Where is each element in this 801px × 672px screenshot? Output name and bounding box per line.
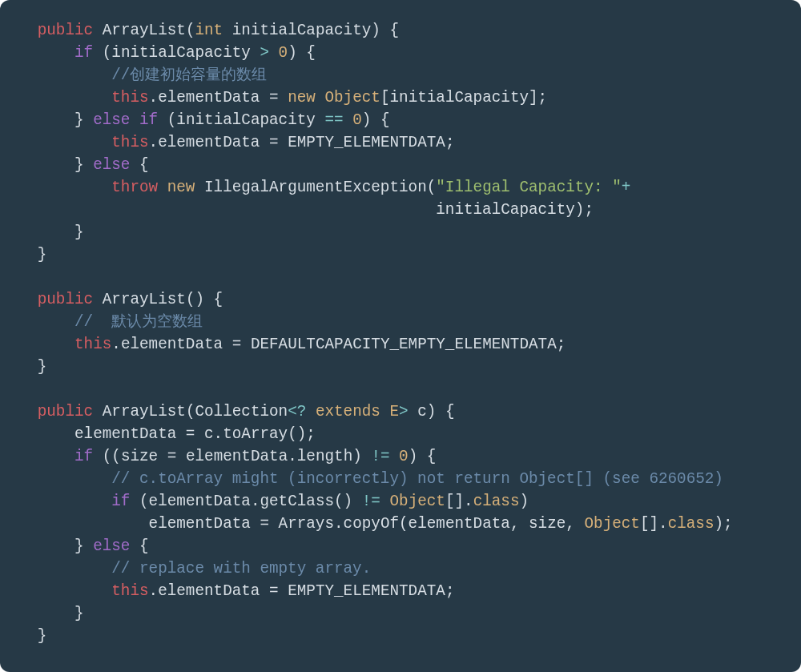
string-illegal-capacity: "Illegal Capacity: "	[436, 179, 621, 196]
keyword-if-3: if	[74, 448, 93, 465]
keyword-public-3: public	[38, 403, 93, 421]
op-neq-2: !=	[362, 493, 380, 510]
param-initialCapacity: initialCapacity	[232, 22, 372, 39]
var-initialCapacity-2: initialCapacity	[389, 89, 529, 107]
keyword-class-2: class	[668, 515, 714, 533]
keyword-new-2: new	[167, 179, 195, 196]
keyword-else: else	[93, 111, 130, 129]
type-object: Object	[324, 89, 380, 107]
field-elementData-2: elementData	[158, 134, 260, 151]
keyword-public: public	[38, 22, 93, 39]
var-initialCapacity-4: initialCapacity	[436, 201, 575, 219]
op-plus: +	[622, 179, 631, 196]
field-elementData-4: elementData	[158, 582, 260, 600]
class-arraylist-3: ArrayList	[103, 403, 186, 421]
op-eqeq: ==	[324, 111, 343, 129]
field-length: length	[297, 448, 352, 465]
type-object-2: Object	[390, 493, 445, 510]
method-copyof: copyOf	[344, 515, 399, 533]
var-c: c	[204, 425, 214, 443]
keyword-extends: extends	[316, 403, 380, 421]
const-empty: EMPTY_ELEMENTDATA	[288, 134, 445, 151]
type-object-3: Object	[585, 515, 640, 533]
var-elementData-5: elementData	[409, 515, 510, 533]
comment-toarray-bug: // c.toArray might (incorrectly) not ret…	[111, 470, 723, 488]
code-block: public ArrayList(int initialCapacity) { …	[0, 0, 801, 672]
keyword-else-2: else	[93, 156, 130, 174]
field-elementData: elementData	[158, 89, 260, 107]
op-neq: !=	[371, 448, 389, 465]
var-initialCapacity: initialCapacity	[111, 44, 251, 62]
method-getclass: getClass	[260, 493, 334, 510]
keyword-if: if	[74, 44, 93, 62]
class-arrays: Arrays	[279, 515, 334, 533]
class-arraylist: ArrayList	[103, 22, 186, 39]
class-illegalargument: IllegalArgumentException	[204, 179, 427, 196]
field-elementData-3: elementData	[121, 336, 223, 353]
comment-default-empty: // 默认为空数组	[74, 313, 203, 331]
keyword-new: new	[288, 89, 316, 107]
const-empty-2: EMPTY_ELEMENTDATA	[288, 582, 445, 600]
keyword-this-2: this	[111, 134, 148, 151]
keyword-public-2: public	[38, 291, 93, 308]
class-arraylist-2: ArrayList	[103, 291, 186, 308]
var-size: size	[121, 448, 158, 465]
comment-replace-empty: // replace with empty array.	[111, 560, 371, 577]
keyword-this-4: this	[111, 582, 148, 600]
var-elementData-3: elementData	[149, 493, 251, 510]
keyword-this-3: this	[74, 336, 111, 353]
op-gt: >	[260, 44, 269, 62]
var-elementData-4: elementData	[149, 515, 251, 533]
keyword-else-3: else	[93, 537, 130, 555]
const-defaultcapacity: DEFAULTCAPACITY_EMPTY_ELEMENTDATA	[251, 336, 557, 353]
num-zero-3: 0	[399, 448, 409, 465]
keyword-throw: throw	[111, 179, 158, 196]
var-elementData-2: elementData	[186, 448, 288, 465]
wildcard: ?	[297, 403, 307, 421]
type-e: E	[389, 403, 399, 421]
var-elementData: elementData	[74, 425, 176, 443]
keyword-int: int	[195, 22, 223, 39]
var-initialCapacity-3: initialCapacity	[176, 111, 316, 129]
param-c: c	[417, 403, 427, 421]
method-toarray: toArray	[223, 425, 288, 443]
comment-create-array: //创建初始容量的数组	[111, 66, 267, 84]
num-zero: 0	[279, 44, 288, 62]
keyword-if-4: if	[111, 493, 130, 510]
keyword-class: class	[473, 493, 520, 510]
class-collection: Collection	[195, 403, 288, 421]
var-size-2: size	[529, 515, 566, 533]
num-zero-2: 0	[352, 111, 362, 129]
keyword-if-2: if	[139, 111, 158, 129]
keyword-this: this	[111, 89, 148, 107]
